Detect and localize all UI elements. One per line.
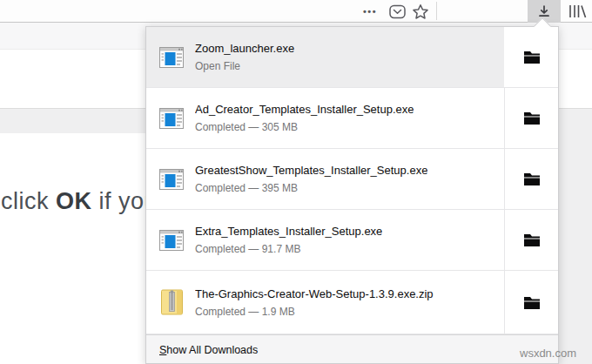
open-containing-folder-button[interactable] <box>504 149 558 209</box>
folder-icon <box>523 233 541 247</box>
ellipsis-icon: ••• <box>363 6 377 17</box>
star-icon <box>412 3 429 20</box>
download-item-row[interactable]: GreatestShow_Templates_Installer_Setup.e… <box>146 149 558 210</box>
download-status: Completed — 305 MB <box>195 121 414 133</box>
download-item-content: Zoom_launcher.exe Open File <box>146 27 504 87</box>
download-status: Completed — 395 MB <box>195 182 427 194</box>
library-button[interactable] <box>564 2 590 21</box>
download-item-content: GreatestShow_Templates_Installer_Setup.e… <box>146 149 504 209</box>
toolbar-separator <box>436 2 437 20</box>
open-containing-folder-button[interactable] <box>504 88 558 148</box>
downloads-panel: Zoom_launcher.exe Open File Ad_Creator_T… <box>145 26 559 364</box>
open-containing-folder-button[interactable] <box>504 210 558 270</box>
download-item-row[interactable]: Extra_Templates_Installer_Setup.exe Comp… <box>146 210 558 271</box>
download-status: Completed — 91.7 MB <box>195 243 382 255</box>
page-actions-button[interactable]: ••• <box>357 0 383 22</box>
exe-file-icon <box>159 108 184 129</box>
download-arrow-icon <box>537 4 551 18</box>
library-icon <box>567 3 588 19</box>
folder-icon <box>523 172 541 186</box>
download-item-content: Ad_Creator_Templates_Installer_Setup.exe… <box>146 88 504 148</box>
open-containing-folder-button[interactable] <box>504 27 558 87</box>
pocket-button[interactable] <box>387 2 407 21</box>
exe-file-icon <box>159 230 184 251</box>
folder-icon <box>523 295 541 310</box>
download-item-content: The-Graphics-Creator-Web-Setup-1.3.9.exe… <box>146 271 504 334</box>
exe-file-icon <box>159 169 184 190</box>
folder-icon <box>523 50 541 64</box>
show-all-downloads-label: Show All Downloads <box>159 344 258 356</box>
exe-file-icon <box>159 47 184 68</box>
download-filename: The-Graphics-Creator-Web-Setup-1.3.9.exe… <box>195 287 434 300</box>
browser-toolbar: ••• <box>0 0 592 23</box>
download-filename: Zoom_launcher.exe <box>195 42 294 55</box>
download-filename: Ad_Creator_Templates_Installer_Setup.exe <box>195 103 414 116</box>
folder-icon <box>523 111 541 125</box>
download-filename: Extra_Templates_Installer_Setup.exe <box>195 225 382 238</box>
page-gray-band-right <box>559 108 592 364</box>
download-item-content: Extra_Templates_Installer_Setup.exe Comp… <box>146 210 504 270</box>
bookmark-star-button[interactable] <box>410 2 431 21</box>
pocket-icon <box>389 4 406 19</box>
open-containing-folder-button[interactable] <box>504 271 558 334</box>
download-item-row[interactable]: Zoom_launcher.exe Open File <box>146 27 558 88</box>
download-filename: GreatestShow_Templates_Installer_Setup.e… <box>195 164 427 177</box>
page-gray-band-left <box>0 108 145 133</box>
download-status: Open File <box>195 60 294 72</box>
browser-window: click OK if you ••• Zoom_launcher.exe Op… <box>0 0 592 364</box>
show-all-downloads-link[interactable]: Show All Downloads <box>146 334 558 363</box>
watermark-text: wsxdn.com <box>520 347 576 360</box>
page-background-text: click OK if you <box>1 188 158 215</box>
download-item-row[interactable]: The-Graphics-Creator-Web-Setup-1.3.9.exe… <box>146 271 558 334</box>
download-item-row[interactable]: Ad_Creator_Templates_Installer_Setup.exe… <box>146 88 558 149</box>
download-status: Completed — 1.9 MB <box>195 306 434 318</box>
zip-file-icon <box>159 289 184 315</box>
